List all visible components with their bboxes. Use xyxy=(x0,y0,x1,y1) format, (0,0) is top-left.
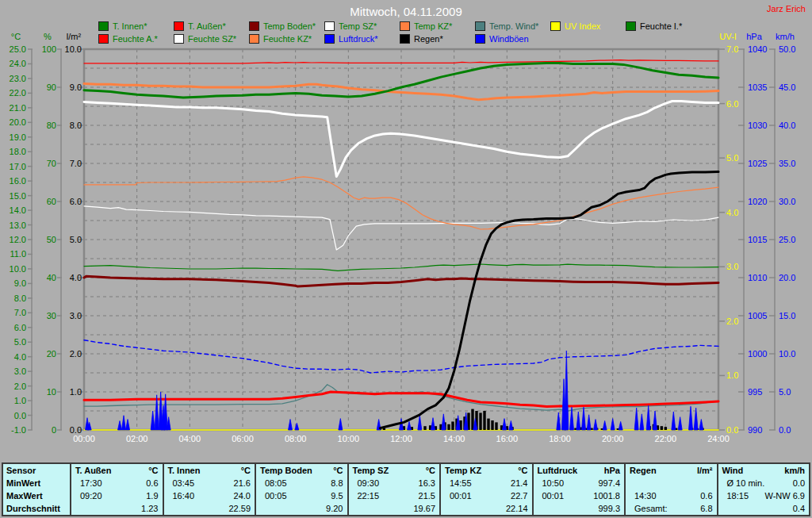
series-windb-en-spike xyxy=(653,411,657,430)
series-windb-en-spike xyxy=(603,420,607,430)
stat-time xyxy=(722,502,727,515)
stat-value: 24.0 xyxy=(234,489,251,502)
tick-label: 8.0 xyxy=(14,294,26,303)
tick-label: 90 xyxy=(47,82,56,92)
tick-label: 1025 xyxy=(748,159,767,168)
stat-value: 997.4 xyxy=(598,477,620,489)
tick-label: 3.0 xyxy=(726,262,738,271)
stat-value: 1001.8 xyxy=(593,489,620,502)
series-windb-en-spike xyxy=(594,420,598,430)
tick-label: 35.0 xyxy=(779,159,795,168)
series-windb-en-spike xyxy=(151,411,155,430)
tick-label: 1015 xyxy=(748,235,767,244)
stat-value: 22.14 xyxy=(506,502,528,515)
weather-chart: 25.024.023.022.021.020.019.018.017.016.0… xyxy=(0,0,812,460)
series-windb-en-spike xyxy=(699,420,703,430)
series-windb-en-spike xyxy=(503,419,507,430)
stat-value: W-NW 6.9 xyxy=(764,489,805,502)
x-tick-label: 04:00 xyxy=(179,434,201,443)
series-regen-bar xyxy=(483,411,485,430)
series-windb-en-spike xyxy=(678,417,682,430)
table-col-regen: Regenl/m²14:300.6Gesamt:6.8 xyxy=(624,464,717,515)
tick-label: 1.0 xyxy=(70,387,82,397)
axis-unit-label: UV-I xyxy=(719,32,736,41)
tick-label: 10.0 xyxy=(65,44,82,54)
series-regen-summe xyxy=(380,172,718,428)
sensor-unit: l/m² xyxy=(697,464,713,477)
series-windb-en-spike xyxy=(672,412,676,430)
tick-label: 12.0 xyxy=(10,235,26,244)
series-windb-en-spike xyxy=(122,416,126,430)
tick-label: 9.0 xyxy=(14,278,26,288)
stat-value: 19.67 xyxy=(413,502,435,515)
tick-label: 7.0 xyxy=(14,308,26,317)
stat-time: Gesamt: xyxy=(630,502,668,515)
table-col-wind: Windkm/hØ 10 min.0.018:15W-NW 6.90.4 xyxy=(717,464,810,515)
sensor-name: Wind xyxy=(722,464,744,477)
tick-label: 10 xyxy=(47,387,56,397)
stat-time: 09:30 xyxy=(353,477,380,489)
tick-label: 0 xyxy=(52,425,56,435)
stat-value: 1.23 xyxy=(141,502,158,515)
stat-time xyxy=(75,502,80,515)
tick-label: 1000 xyxy=(748,349,767,359)
x-tick-label: 10:00 xyxy=(338,434,360,443)
sensor-name: Temp Boden xyxy=(260,464,312,477)
x-tick-label: 22:00 xyxy=(655,434,677,443)
stat-time xyxy=(353,502,358,515)
stat-value: 21.6 xyxy=(234,477,251,489)
table-col-luftdruck: LuftdruckhPa10:50997.400:011001.8999.3 xyxy=(532,464,625,515)
tick-label: 6.0 xyxy=(726,99,738,109)
tick-label: 22.0 xyxy=(10,88,26,98)
series-windb-en-spike xyxy=(442,414,446,430)
stat-time: 00:01 xyxy=(538,489,565,502)
tick-label: -1.0 xyxy=(11,425,26,435)
sensor-unit: hPa xyxy=(604,464,620,477)
series-windb-en-spike xyxy=(118,420,122,430)
tick-label: 2.0 xyxy=(70,349,82,359)
tick-label: 990 xyxy=(748,425,762,435)
stat-time: 08:05 xyxy=(260,477,287,489)
tick-label: 5.0 xyxy=(70,235,82,244)
tick-label: 1030 xyxy=(748,121,767,130)
sensor-unit: °C xyxy=(426,464,435,477)
tick-label: 5.0 xyxy=(779,387,791,397)
stat-value: 6.8 xyxy=(700,502,712,515)
tick-label: 2.0 xyxy=(726,317,738,326)
sensor-unit: °C xyxy=(241,464,251,477)
stat-value: 16.3 xyxy=(419,477,435,489)
series-windb-en-spike xyxy=(509,420,513,430)
tick-label: 7.0 xyxy=(726,44,738,54)
tick-label: 30.0 xyxy=(779,197,795,206)
series-windb-en-spike xyxy=(689,406,693,430)
tick-label: 2.0 xyxy=(14,382,26,391)
series-regen-bar xyxy=(491,420,493,430)
stat-value: 8.8 xyxy=(331,477,343,489)
tick-label: 16.0 xyxy=(10,176,26,186)
series-windb-en-spike xyxy=(339,419,343,430)
tick-label: 10.0 xyxy=(10,264,26,274)
tick-label: 14.0 xyxy=(10,205,26,215)
stat-time: 14:55 xyxy=(445,477,472,489)
table-row-labels: SensorMinWertMaxWertDurchschnitt xyxy=(3,464,70,515)
stat-value: 21.5 xyxy=(419,489,435,502)
stat-value: 9.20 xyxy=(326,502,343,515)
stat-time xyxy=(168,502,173,515)
tick-label: 24.0 xyxy=(10,59,26,68)
x-tick-label: 00:00 xyxy=(73,434,95,443)
tick-label: 70 xyxy=(47,159,56,168)
table-col-temp-boden: Temp Boden°C08:058.800:059.59.20 xyxy=(255,464,347,515)
stat-value: 22.59 xyxy=(228,502,251,515)
series-windb-en-spike xyxy=(576,412,580,430)
series-windb-en-spike xyxy=(640,414,644,430)
x-tick-label: 08:00 xyxy=(285,434,307,443)
row-label: MinWert xyxy=(3,477,70,489)
stat-time: 17:30 xyxy=(75,477,102,489)
tick-label: 1005 xyxy=(748,311,767,320)
series-windb-en-spike xyxy=(582,407,586,430)
axis-unit-label: °C xyxy=(11,32,21,41)
sensor-name: T. Innen xyxy=(168,464,201,477)
series-windb-en-spike xyxy=(557,412,561,430)
row-label: MaxWert xyxy=(3,489,70,502)
tick-label: 40 xyxy=(47,273,56,282)
